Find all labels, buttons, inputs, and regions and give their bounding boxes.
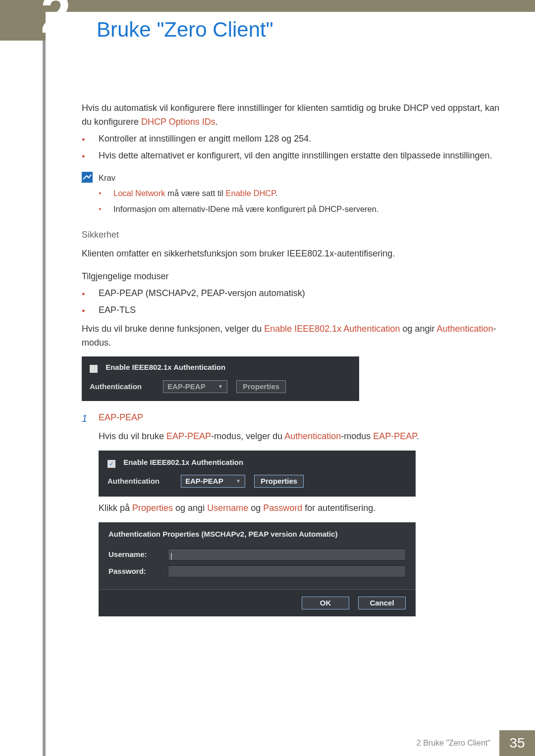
svg-rect-0 <box>82 172 93 183</box>
dialog-body: Authentication Properties (MSCHAPv2, PEA… <box>99 522 416 590</box>
t-r1: Properties <box>132 503 173 513</box>
t-r2: Username <box>207 503 248 513</box>
requirements-block: Krav ● Local Network må være satt til En… <box>82 172 508 216</box>
bullet-icon: ● <box>82 132 99 146</box>
step-p: Hvis du vil bruke EAP-PEAP-modus, velger… <box>99 430 508 444</box>
dialog-footer: OK Cancel <box>99 590 416 616</box>
checkbox-icon[interactable]: ✓ <box>107 460 115 468</box>
cancel-button[interactable]: Cancel <box>358 597 406 609</box>
username-row: Username: | <box>108 549 406 560</box>
bullet-icon: ● <box>82 287 99 301</box>
enable-row: ✓ Enable IEEE802.1x Authentication <box>90 361 351 373</box>
krav-item-2: ● Informasjon om alternativ-IDene må vær… <box>99 203 508 216</box>
t-c: og <box>248 503 263 513</box>
krav-item-1: ● Local Network må være satt til Enable … <box>99 187 508 200</box>
properties-button[interactable]: Properties <box>236 380 286 393</box>
bullet-icon: ● <box>99 203 113 216</box>
p2a: Hvis du vil bruke denne funksjonen, velg… <box>82 324 264 334</box>
chapter-title: Bruke "Zero Client" <box>97 18 273 42</box>
password-row: Password: <box>108 565 406 577</box>
left-stripe <box>43 0 46 756</box>
sp-c: -modus <box>341 431 373 441</box>
combo-value: EAP-PEAP <box>167 381 206 392</box>
auth-combo[interactable]: EAP-PEAP ▼ <box>163 380 227 393</box>
combo-value: EAP-PEAP <box>185 475 223 487</box>
sp-r1: EAP-PEAP <box>166 431 211 441</box>
sp-r3: EAP-PEAP <box>373 431 417 441</box>
chevron-down-icon: ▼ <box>236 477 241 485</box>
page-footer: 2 Bruke "Zero Client" 35 <box>0 730 535 756</box>
password-field[interactable] <box>168 565 406 577</box>
krav-r1: Local Network <box>113 189 165 198</box>
security-paragraph: Klienten omfatter en sikkerhetsfunksjon … <box>82 247 508 261</box>
sp-a: Hvis du vil bruke <box>99 431 166 441</box>
chapter-number: 2 <box>41 0 71 45</box>
sp-d: . <box>417 431 419 441</box>
mode-2: ● EAP-TLS <box>82 303 508 317</box>
t-a: Klikk på <box>99 503 132 513</box>
bullet-text: Kontroller at innstillingen er angitt me… <box>99 132 311 146</box>
dialog-title: Authentication Properties (MSCHAPv2, PEA… <box>108 528 406 540</box>
step-1: 1 EAP-PEAP Hvis du vil bruke EAP-PEAP-mo… <box>82 411 508 616</box>
bullet-2: ● Hvis dette alternativet er konfigurert… <box>82 149 508 163</box>
footer-caption: 2 Bruke "Zero Client" <box>417 730 499 756</box>
intro-text-b: . <box>215 117 218 127</box>
mode-text: EAP-PEAP (MSCHAPv2, PEAP-versjon automat… <box>99 287 305 301</box>
auth-label: Authentication <box>107 475 172 487</box>
bullet-1: ● Kontroller at innstillingen er angitt … <box>82 132 508 146</box>
krav-mid: må være satt til <box>165 189 226 198</box>
p2b: og angir <box>400 324 436 334</box>
password-label: Password: <box>108 565 168 577</box>
auth-row: Authentication EAP-PEAP ▼ Properties <box>107 475 407 488</box>
screenshot-auth-disabled: ✓ Enable IEEE802.1x Authentication Authe… <box>82 356 359 401</box>
auth-row: Authentication EAP-PEAP ▼ Properties <box>90 380 351 393</box>
requirements-body: Krav ● Local Network må være satt til En… <box>99 172 508 216</box>
security-p2: Hvis du vil bruke denne funksjonen, velg… <box>82 322 508 350</box>
krav-r2: Enable DHCP <box>226 189 276 198</box>
step-number: 1 <box>82 411 99 616</box>
after-shot2: Klikk på Properties og angi Username og … <box>99 502 508 515</box>
p2-link1: Enable IEEE802.1x Authentication <box>264 324 400 334</box>
page-content: Hvis du automatisk vil konfigurere flere… <box>82 97 508 616</box>
mode-1: ● EAP-PEAP (MSCHAPv2, PEAP-versjon autom… <box>82 287 508 301</box>
step-body: EAP-PEAP Hvis du vil bruke EAP-PEAP-modu… <box>99 411 508 616</box>
t-b: og angi <box>173 503 207 513</box>
krav-text: Local Network må være satt til Enable DH… <box>113 187 278 200</box>
username-field[interactable]: | <box>168 549 406 560</box>
requirements-title: Krav <box>99 172 508 185</box>
intro-paragraph: Hvis du automatisk vil konfigurere flere… <box>82 101 508 129</box>
page-number: 35 <box>499 730 535 756</box>
intro-link: DHCP Options IDs <box>141 117 215 127</box>
properties-button[interactable]: Properties <box>254 475 304 488</box>
p2-link2: Authentication <box>436 324 493 334</box>
auth-label: Authentication <box>90 381 154 392</box>
step-title: EAP-PEAP <box>99 411 508 425</box>
screenshot-auth-enabled: ✓ Enable IEEE802.1x Authentication Authe… <box>99 451 416 497</box>
krav-post: . <box>275 189 278 198</box>
bullet-icon: ● <box>82 303 99 317</box>
modes-heading: Tilgjengelige moduser <box>82 270 508 284</box>
t-r3: Password <box>263 503 302 513</box>
enable-row: ✓ Enable IEEE802.1x Authentication <box>107 456 407 468</box>
screenshot-auth-properties: Authentication Properties (MSCHAPv2, PEA… <box>99 522 416 616</box>
enable-label: Enable IEEE802.1x Authentication <box>123 458 243 466</box>
mode-text: EAP-TLS <box>99 303 136 317</box>
krav-text: Informasjon om alternativ-IDene må være … <box>113 203 379 216</box>
ok-button[interactable]: OK <box>302 597 349 609</box>
bullet-icon: ● <box>82 149 99 163</box>
security-heading: Sikkerhet <box>82 228 508 242</box>
sp-b: -modus, velger du <box>211 431 284 441</box>
note-icon <box>82 172 99 216</box>
enable-label: Enable IEEE802.1x Authentication <box>106 363 225 371</box>
auth-combo[interactable]: EAP-PEAP ▼ <box>181 475 245 488</box>
chevron-down-icon: ▼ <box>218 383 223 391</box>
bullet-icon: ● <box>99 187 113 200</box>
header-band: 2 Bruke "Zero Client" <box>0 0 535 41</box>
sp-r2: Authentication <box>284 431 341 441</box>
t-d: for autentifisering. <box>302 503 375 513</box>
username-label: Username: <box>108 549 168 560</box>
checkbox-icon[interactable]: ✓ <box>90 365 98 373</box>
bullet-text: Hvis dette alternativet er konfigurert, … <box>99 149 492 163</box>
